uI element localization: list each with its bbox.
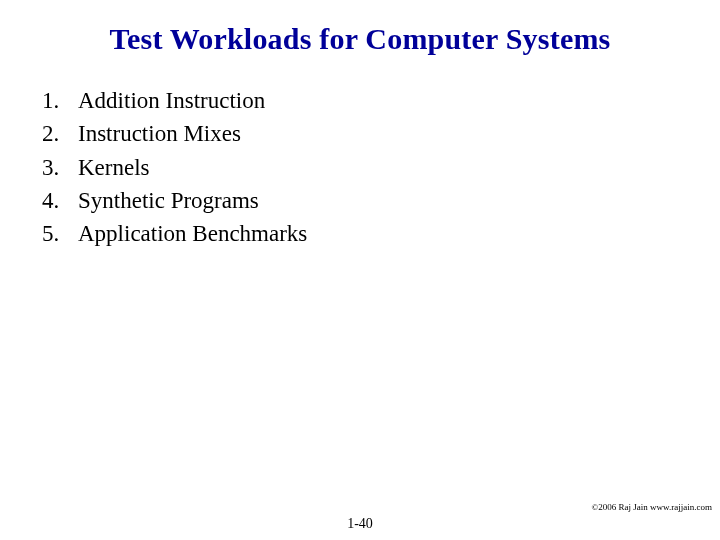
copyright-text: ©2006 Raj Jain www.rajjain.com — [592, 502, 712, 512]
slide-title: Test Workloads for Computer Systems — [40, 22, 680, 56]
list-number: 3. — [42, 151, 78, 184]
list-item: 4. Synthetic Programs — [42, 184, 680, 217]
page-number: 1-40 — [347, 516, 373, 532]
list-item: 5. Application Benchmarks — [42, 217, 680, 250]
list-text: Kernels — [78, 151, 680, 184]
list-number: 5. — [42, 217, 78, 250]
list-number: 1. — [42, 84, 78, 117]
list-text: Application Benchmarks — [78, 217, 680, 250]
list-text: Addition Instruction — [78, 84, 680, 117]
list-item: 2. Instruction Mixes — [42, 117, 680, 150]
list-number: 2. — [42, 117, 78, 150]
list-number: 4. — [42, 184, 78, 217]
workloads-list: 1. Addition Instruction 2. Instruction M… — [40, 84, 680, 251]
list-text: Instruction Mixes — [78, 117, 680, 150]
slide: Test Workloads for Computer Systems 1. A… — [0, 0, 720, 540]
list-item: 1. Addition Instruction — [42, 84, 680, 117]
list-item: 3. Kernels — [42, 151, 680, 184]
list-text: Synthetic Programs — [78, 184, 680, 217]
